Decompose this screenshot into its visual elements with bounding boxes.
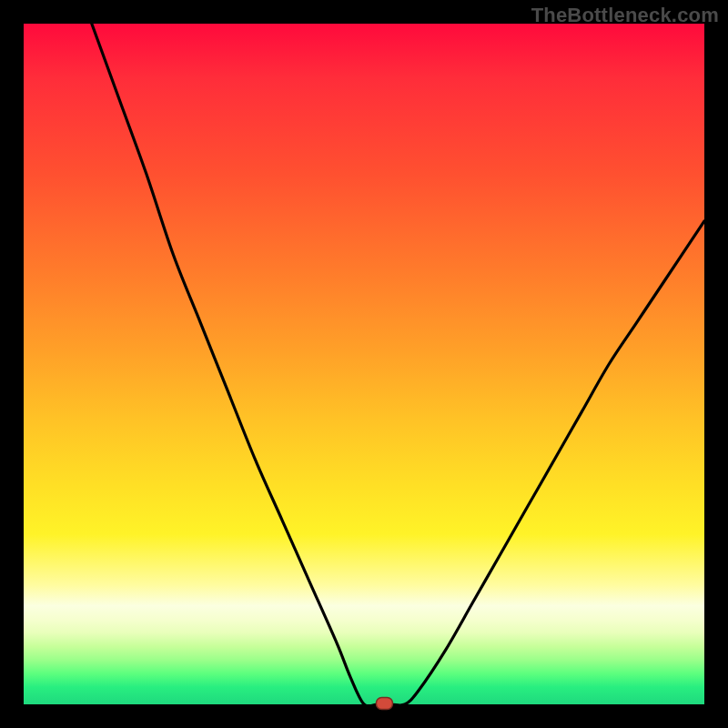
watermark-label: TheBottleneck.com <box>531 4 719 27</box>
chart-frame: TheBottleneck.com <box>0 0 728 728</box>
optimal-marker-icon <box>376 698 392 710</box>
plot-area <box>24 24 704 704</box>
chart-svg <box>24 24 704 704</box>
bottleneck-curve <box>92 24 704 706</box>
